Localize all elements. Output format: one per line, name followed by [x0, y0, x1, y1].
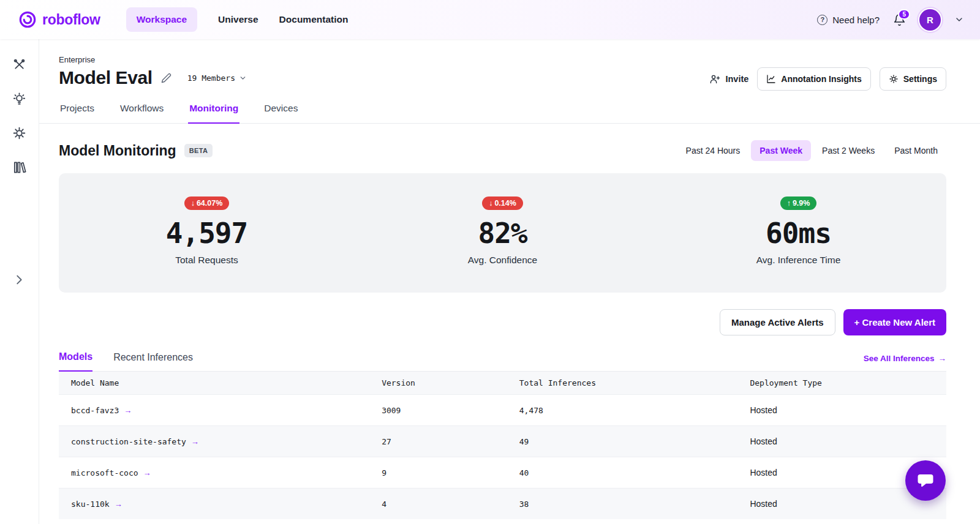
arrow-down-icon: ↓	[191, 199, 195, 208]
version-cell: 9	[369, 457, 507, 488]
stats-card: ↓ 64.07% 4,597 Total Requests ↓ 0.14% 82…	[59, 173, 946, 293]
total-inferences-cell: 49	[507, 426, 738, 457]
invite-button[interactable]: Invite	[710, 74, 748, 84]
model-link[interactable]: microsoft-coco →	[71, 468, 151, 477]
tab-models[interactable]: Models	[59, 351, 92, 372]
monitoring-header: Model Monitoring BETA Past 24 Hours Past…	[59, 140, 946, 161]
total-inferences-cell: 40	[507, 457, 738, 488]
tools-icon[interactable]	[12, 58, 26, 72]
members-dropdown[interactable]: 19 Members	[187, 73, 247, 83]
model-link[interactable]: sku-110k →	[71, 500, 123, 509]
delta-badge-up: ↑ 9.9%	[780, 196, 817, 210]
range-past-24-hours[interactable]: Past 24 Hours	[677, 140, 749, 161]
alerts-actions: Manage Active Alerts + Create New Alert	[59, 309, 946, 335]
avatar[interactable]: R	[919, 9, 941, 31]
model-link[interactable]: bccd-favz3 →	[71, 406, 132, 415]
stat-value: 60ms	[766, 217, 831, 250]
stat-label: Total Requests	[175, 255, 238, 266]
version-cell: 27	[369, 426, 507, 457]
stat-avg-confidence: ↓ 0.14% 82% Avg. Confidence	[355, 196, 650, 266]
top-navbar: roboflow Workspace Universe Documentatio…	[0, 0, 980, 39]
arrow-up-icon: ↑	[787, 199, 791, 208]
page-title: Model Eval	[59, 67, 153, 88]
workspace-actions: Invite Annotation Insights Settings	[710, 67, 946, 91]
nav-universe[interactable]: Universe	[218, 14, 258, 25]
version-cell: 3009	[369, 395, 507, 426]
beta-badge: BETA	[184, 144, 213, 157]
arrow-down-icon: ↓	[489, 199, 492, 208]
gear-icon[interactable]	[12, 126, 26, 140]
arrow-right-icon: →	[124, 406, 132, 415]
workspace-header: Enterprise Model Eval 19 Members	[59, 55, 946, 91]
edit-title-pencil-icon[interactable]	[161, 73, 172, 83]
models-table: Model Name Version Total Inferences Depl…	[59, 372, 946, 519]
main-content: Enterprise Model Eval 19 Members	[39, 39, 980, 524]
tab-devices[interactable]: Devices	[263, 103, 299, 123]
table-row: bccd-favz3 → 3009 4,478 Hosted	[59, 395, 946, 426]
total-inferences-cell: 38	[507, 488, 738, 520]
see-all-inferences-link[interactable]: See All Inferences →	[864, 354, 946, 371]
chat-button[interactable]	[905, 460, 946, 501]
arrow-right-icon: →	[938, 354, 947, 363]
settings-button[interactable]: Settings	[880, 67, 946, 91]
library-icon[interactable]	[12, 160, 26, 174]
time-range-selector: Past 24 Hours Past Week Past 2 Weeks Pas…	[677, 140, 946, 161]
arrow-right-icon: →	[191, 437, 199, 446]
arrow-right-icon: →	[143, 468, 151, 477]
total-inferences-cell: 4,478	[507, 395, 738, 426]
sidebar-expand-chevron-icon[interactable]	[12, 273, 26, 286]
help-icon: ?	[817, 15, 827, 25]
chat-bubble-icon	[916, 471, 935, 490]
workspace-tabs: Projects Workflows Monitoring Devices	[39, 103, 980, 124]
stat-value: 82%	[478, 217, 527, 250]
notifications-button[interactable]: 5	[893, 13, 906, 26]
stat-avg-inference-time: ↑ 9.9% 60ms Avg. Inference Time	[650, 196, 946, 266]
roboflow-logo[interactable]: roboflow	[18, 10, 100, 29]
column-header-total-inferences: Total Inferences	[507, 372, 738, 395]
arrow-right-icon: →	[115, 500, 123, 509]
column-header-version: Version	[369, 372, 507, 395]
delta-badge-down: ↓ 64.07%	[184, 196, 230, 210]
stat-total-requests: ↓ 64.07% 4,597 Total Requests	[59, 196, 355, 266]
user-plus-icon	[710, 74, 720, 84]
nav-workspace[interactable]: Workspace	[126, 7, 197, 32]
notification-count-badge: 5	[898, 9, 910, 20]
chevron-down-icon	[239, 74, 247, 82]
tab-recent-inferences[interactable]: Recent Inferences	[113, 352, 193, 371]
deployment-type-cell: Hosted	[737, 395, 946, 426]
version-cell: 4	[369, 488, 507, 520]
account-chevron-down-icon[interactable]	[954, 15, 964, 24]
delta-badge-down: ↓ 0.14%	[482, 196, 523, 210]
annotation-insights-button[interactable]: Annotation Insights	[757, 67, 870, 91]
members-count-label: 19 Members	[187, 73, 235, 83]
manage-active-alerts-button[interactable]: Manage Active Alerts	[720, 309, 835, 335]
nav-documentation[interactable]: Documentation	[279, 14, 349, 25]
table-row: construction-site-safety → 27 49 Hosted	[59, 426, 946, 457]
monitoring-title: Model Monitoring	[59, 143, 176, 159]
need-help-link[interactable]: ? Need help?	[817, 15, 880, 25]
lightbulb-icon[interactable]	[12, 92, 26, 106]
table-header-row: Model Name Version Total Inferences Depl…	[59, 372, 946, 395]
need-help-label: Need help?	[832, 15, 880, 25]
brand-name: roboflow	[42, 12, 100, 28]
roboflow-logo-icon	[18, 10, 37, 29]
range-past-2-weeks[interactable]: Past 2 Weeks	[813, 140, 883, 161]
range-past-month[interactable]: Past Month	[886, 140, 946, 161]
left-sidebar	[0, 39, 39, 524]
stat-label: Avg. Confidence	[468, 255, 537, 266]
tab-workflows[interactable]: Workflows	[119, 103, 165, 123]
range-past-week[interactable]: Past Week	[751, 140, 811, 161]
navbar-right: ? Need help? 5 R	[817, 9, 964, 31]
table-row: microsoft-coco → 9 40 Hosted	[59, 457, 946, 488]
chart-icon	[766, 74, 776, 84]
tab-monitoring[interactable]: Monitoring	[188, 103, 239, 124]
model-link[interactable]: construction-site-safety →	[71, 437, 199, 446]
deployment-type-cell: Hosted	[737, 426, 946, 457]
tab-projects[interactable]: Projects	[59, 103, 96, 123]
table-row: sku-110k → 4 38 Hosted	[59, 488, 946, 520]
create-new-alert-button[interactable]: + Create New Alert	[843, 309, 946, 335]
column-header-model-name: Model Name	[59, 372, 369, 395]
gear-icon	[889, 74, 899, 84]
column-header-deployment-type: Deployment Type	[737, 372, 946, 395]
primary-nav: Workspace Universe Documentation	[126, 7, 349, 32]
